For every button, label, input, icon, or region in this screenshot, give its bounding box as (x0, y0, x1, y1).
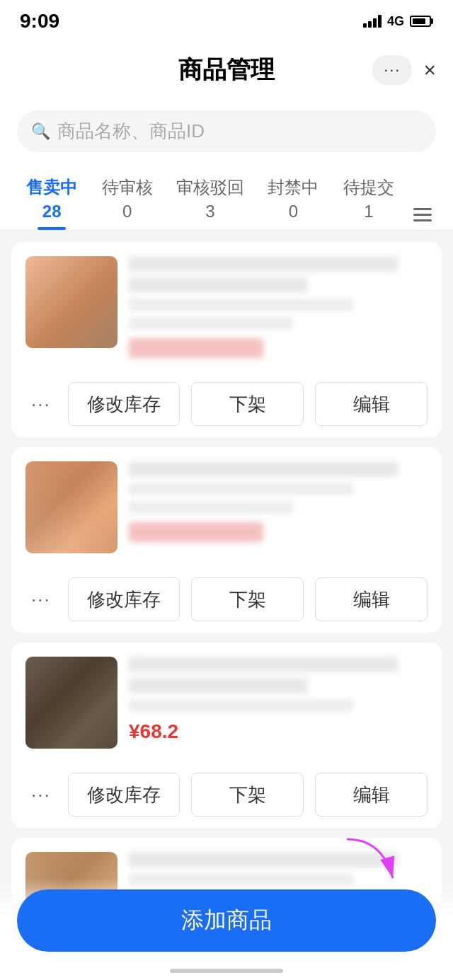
more-actions-button-1[interactable]: ··· (25, 391, 57, 418)
header: 商品管理 ··· × (0, 42, 453, 100)
page-title: 商品管理 (178, 54, 275, 86)
header-actions: ··· × (372, 55, 436, 85)
product-card-2: ··· 修改库存 下架 编辑 (11, 447, 442, 633)
tab-pending-submit[interactable]: 待提交 1 (331, 165, 406, 230)
product-detail-blur-2b (129, 501, 293, 514)
product-detail-blur-2a (129, 483, 353, 495)
tab-banned-count: 0 (289, 202, 298, 221)
more-options-button[interactable]: ··· (372, 55, 412, 85)
product-actions-2: ··· 修改库存 下架 编辑 (11, 567, 442, 633)
network-label: 4G (387, 14, 404, 29)
product-name-blur-2a (129, 461, 398, 477)
product-detail-blur (129, 299, 353, 311)
product-image-1 (25, 256, 117, 348)
menu-icon (413, 208, 432, 221)
add-product-button[interactable]: 添加商品 (17, 889, 436, 952)
search-icon: 🔍 (31, 122, 50, 141)
product-image-2 (25, 461, 117, 553)
tab-pending-review-label: 待审核 (102, 176, 153, 199)
tab-selling-label: 售卖中 (26, 176, 77, 199)
status-icons: 4G (363, 14, 433, 29)
search-container: 🔍 商品名称、商品ID (0, 100, 453, 165)
product-price-blur-2 (129, 522, 263, 542)
product-card-3: ¥68.2 ··· 修改库存 下架 编辑 (11, 642, 442, 828)
tab-review-rejected[interactable]: 审核驳回 3 (165, 165, 256, 230)
product-image-3 (25, 657, 117, 749)
more-actions-button-3[interactable]: ··· (25, 781, 57, 809)
signal-icon (363, 15, 382, 28)
modify-stock-button-2[interactable]: 修改库存 (68, 577, 180, 621)
tab-pending-review[interactable]: 待审核 0 (89, 165, 164, 230)
tabs-container: 售卖中 28 待审核 0 审核驳回 3 封禁中 0 待提交 1 (0, 165, 453, 231)
tab-menu-button[interactable] (406, 197, 439, 230)
tab-banned-label: 封禁中 (268, 176, 319, 199)
delist-button-3[interactable]: 下架 (191, 773, 304, 817)
product-info-2 (129, 461, 428, 553)
product-content-2 (11, 447, 442, 567)
product-price-blur (129, 338, 263, 358)
product-name-blur-2 (129, 277, 308, 293)
product-info-1 (129, 256, 428, 358)
close-button[interactable]: × (423, 58, 436, 82)
product-name-blur-3a (129, 657, 398, 672)
product-actions-3: ··· 修改库存 下架 编辑 (11, 763, 442, 828)
product-content-3: ¥68.2 (11, 642, 442, 763)
tab-pending-submit-label: 待提交 (343, 176, 394, 199)
edit-button-2[interactable]: 编辑 (315, 577, 428, 621)
edit-button-3[interactable]: 编辑 (315, 773, 428, 817)
add-product-label: 添加商品 (181, 905, 272, 936)
product-name-blur (129, 256, 398, 272)
product-content-1 (11, 242, 442, 372)
delist-button-2[interactable]: 下架 (191, 577, 304, 621)
edit-button-1[interactable]: 编辑 (315, 382, 428, 426)
tab-review-rejected-label: 审核驳回 (176, 176, 244, 199)
product-list: ··· 修改库存 下架 编辑 ··· 修改库存 下架 编辑 (0, 231, 453, 980)
tab-review-rejected-count: 3 (205, 202, 214, 221)
product-name-blur-4a (129, 852, 398, 867)
product-info-3: ¥68.2 (129, 657, 428, 749)
more-actions-button-2[interactable]: ··· (25, 586, 57, 613)
tab-pending-submit-count: 1 (364, 202, 373, 221)
add-product-bar: 添加商品 (0, 878, 453, 980)
product-actions-1: ··· 修改库存 下架 编辑 (11, 372, 442, 437)
product-detail-blur-3a (129, 699, 353, 712)
tab-banned[interactable]: 封禁中 0 (256, 165, 331, 230)
tab-selling-count: 28 (42, 202, 62, 221)
product-detail-blur-2 (129, 317, 293, 330)
status-time: 9:09 (20, 10, 59, 33)
modify-stock-button-3[interactable]: 修改库存 (68, 773, 180, 817)
tab-selling[interactable]: 售卖中 28 (14, 165, 89, 230)
product-price-3: ¥68.2 (129, 720, 428, 743)
battery-icon (410, 16, 433, 27)
modify-stock-button-1[interactable]: 修改库存 (68, 382, 180, 426)
search-placeholder: 商品名称、商品ID (57, 119, 205, 144)
product-name-blur-3b (129, 678, 308, 693)
status-bar: 9:09 4G (0, 0, 453, 42)
search-bar[interactable]: 🔍 商品名称、商品ID (17, 110, 436, 152)
tab-pending-review-count: 0 (122, 202, 132, 221)
home-indicator (170, 969, 283, 973)
product-card: ··· 修改库存 下架 编辑 (11, 242, 442, 437)
delist-button-1[interactable]: 下架 (191, 382, 304, 426)
